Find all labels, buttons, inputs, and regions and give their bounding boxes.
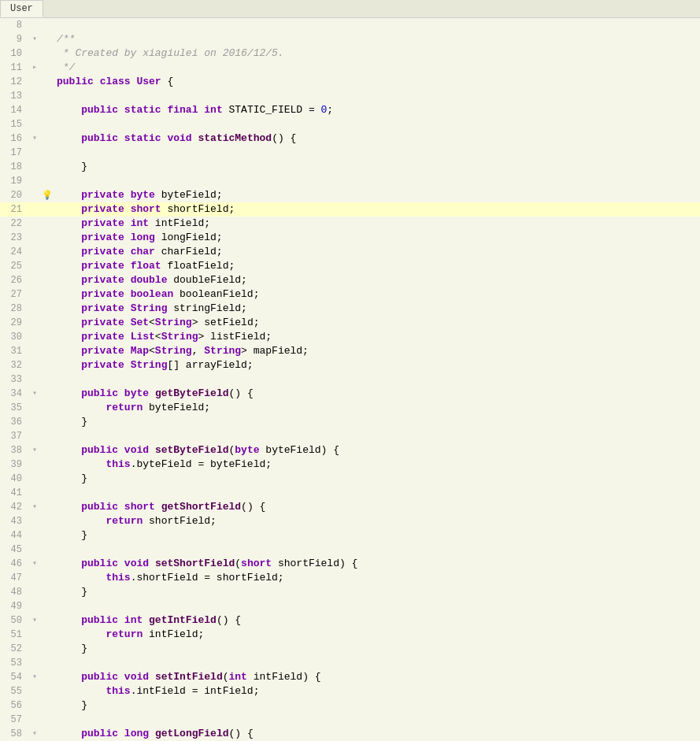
line-number: 34 [0, 387, 28, 401]
bulb-gutter [41, 684, 54, 698]
fold-gutter[interactable]: ▾ [28, 500, 41, 514]
line-number: 43 [0, 514, 28, 528]
fold-gutter [28, 160, 41, 174]
fold-gutter[interactable]: ▾ [28, 32, 41, 46]
fold-gutter[interactable]: ▾ [28, 132, 41, 146]
line-number: 49 [0, 599, 28, 613]
fold-gutter [28, 642, 41, 656]
fold-gutter [28, 316, 41, 330]
bulb-gutter [41, 599, 54, 613]
line-number: 44 [0, 528, 28, 543]
line-number: 37 [0, 429, 28, 443]
fold-gutter [28, 202, 41, 217]
code-line: 51 return intField; [0, 628, 700, 642]
code-content: private Map<String, String> mapField; [54, 344, 700, 358]
line-number: 35 [0, 401, 28, 415]
code-line: 18 } [0, 160, 700, 174]
line-number: 54 [0, 670, 28, 684]
bulb-gutter [41, 372, 54, 387]
fold-gutter [28, 217, 41, 231]
bulb-gutter [41, 32, 54, 46]
line-number: 58 [0, 727, 28, 740]
code-line: 46▾ public void setShortField(short shor… [0, 557, 700, 571]
code-line: 44 } [0, 528, 700, 543]
fold-gutter [28, 401, 41, 415]
line-number: 33 [0, 372, 28, 387]
code-line: 13 [0, 89, 700, 103]
fold-gutter[interactable]: ▾ [28, 670, 41, 684]
code-content [54, 599, 700, 613]
bulb-gutter [41, 486, 54, 500]
code-content: private short shortField; [54, 202, 700, 217]
bulb-gutter [41, 344, 54, 358]
bulb-gutter [41, 727, 54, 740]
code-container[interactable]: 8 9▾/**10 * Created by xiagiulei on 2016… [0, 18, 700, 740]
fold-gutter [28, 46, 41, 61]
code-line: 15 [0, 117, 700, 132]
line-number: 57 [0, 713, 28, 727]
fold-gutter [28, 117, 41, 132]
code-line: 8 [0, 18, 700, 32]
bulb-gutter [41, 557, 54, 571]
code-line: 45 [0, 543, 700, 557]
line-number: 22 [0, 217, 28, 231]
line-number: 56 [0, 698, 28, 713]
fold-gutter[interactable]: ▾ [28, 557, 41, 571]
code-content: public static final int STATIC_FIELD = 0… [54, 103, 700, 117]
tab-user[interactable]: User [0, 0, 43, 17]
code-line: 25 private float floatField; [0, 259, 700, 273]
code-content: } [54, 160, 700, 174]
line-number: 8 [0, 18, 28, 32]
code-line: 34▾ public byte getByteField() { [0, 387, 700, 401]
code-content: private Set<String> setField; [54, 316, 700, 330]
code-content: /** [54, 32, 700, 46]
bulb-gutter [41, 75, 54, 89]
code-content: * Created by xiagiulei on 2016/12/5. [54, 46, 700, 61]
code-line: 11▸ */ [0, 61, 700, 75]
code-content: return shortField; [54, 514, 700, 528]
line-number: 31 [0, 344, 28, 358]
bulb-gutter [41, 89, 54, 103]
fold-gutter[interactable]: ▾ [28, 387, 41, 401]
code-line: 36 } [0, 415, 700, 429]
code-line: 19 [0, 174, 700, 188]
code-line: 33 [0, 372, 700, 387]
bulb-gutter [41, 443, 54, 458]
code-content: public int getIntField() { [54, 613, 700, 628]
line-number: 25 [0, 259, 28, 273]
bulb-gutter [41, 132, 54, 146]
code-line: 16▾ public static void staticMethod() { [0, 132, 700, 146]
bulb-gutter [41, 543, 54, 557]
bulb-gutter [41, 713, 54, 727]
bulb-gutter [41, 472, 54, 486]
fold-gutter[interactable]: ▸ [28, 61, 41, 75]
fold-gutter[interactable]: ▾ [28, 727, 41, 740]
fold-gutter[interactable]: ▾ [28, 613, 41, 628]
code-line: 17 [0, 146, 700, 160]
fold-gutter [28, 330, 41, 344]
code-line: 49 [0, 599, 700, 613]
bulb-gutter [41, 259, 54, 273]
fold-gutter [28, 656, 41, 670]
code-lines: 8 9▾/**10 * Created by xiagiulei on 2016… [0, 18, 700, 740]
code-line: 58▾ public long getLongField() { [0, 727, 700, 740]
fold-gutter [28, 358, 41, 372]
line-number: 32 [0, 358, 28, 372]
fold-gutter [28, 259, 41, 273]
fold-gutter[interactable]: ▾ [28, 443, 41, 458]
line-number: 21 [0, 202, 28, 217]
bulb-gutter [41, 698, 54, 713]
code-content: private double doubleField; [54, 273, 700, 287]
code-line: 56 } [0, 698, 700, 713]
line-number: 15 [0, 117, 28, 132]
code-line: 52 } [0, 642, 700, 656]
line-number: 50 [0, 613, 28, 628]
fold-gutter [28, 458, 41, 472]
bulb-gutter [41, 103, 54, 117]
bulb-gutter[interactable]: 💡 [41, 188, 54, 202]
line-number: 39 [0, 458, 28, 472]
bulb-gutter [41, 231, 54, 245]
line-number: 9 [0, 32, 28, 46]
code-content: public long getLongField() { [54, 727, 700, 740]
line-number: 53 [0, 656, 28, 670]
